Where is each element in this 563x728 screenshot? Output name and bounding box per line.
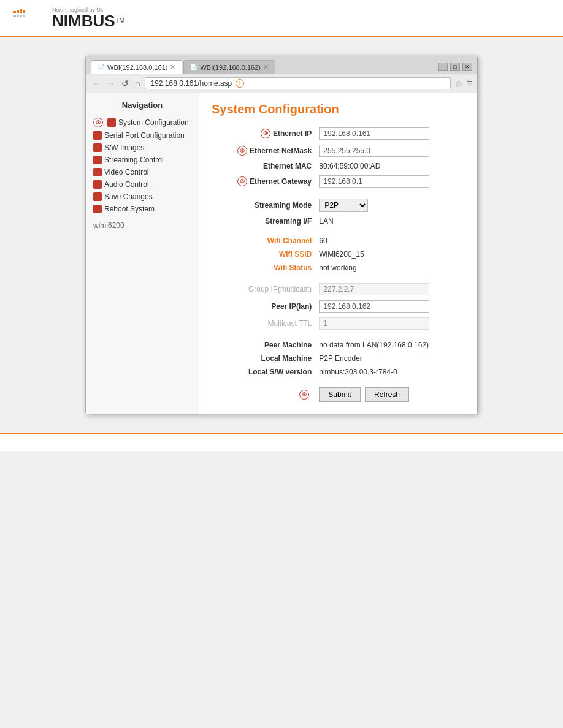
sidebar-item-system-config[interactable]: ② System Configuration — [91, 116, 194, 129]
tab-1-label: WBI(192.168.0.161) — [107, 64, 167, 71]
value-wifi-status: not working — [319, 264, 356, 272]
value-local-machine: P2P Encoder — [319, 354, 362, 363]
circle-3: ③ — [261, 129, 270, 138]
sidebar-label-save: Save Changes — [104, 192, 153, 201]
nav-title: Navigation — [91, 100, 194, 110]
nimbus-logo-icon — [12, 6, 49, 31]
tab-1-icon: 📄 — [98, 64, 105, 70]
circle-4: ④ — [237, 146, 247, 156]
svg-rect-6 — [20, 15, 22, 17]
svg-rect-3 — [23, 10, 25, 13]
close-button[interactable]: ✕ — [462, 63, 472, 71]
tab-2-close[interactable]: ✕ — [263, 63, 269, 71]
sidebar-item-serial-port[interactable]: Serial Port Configuration — [91, 129, 194, 142]
sidebar-item-video[interactable]: Video Control — [91, 166, 194, 178]
browser-tab-1[interactable]: 📄 WBI(192.168.0.161) ✕ — [91, 60, 182, 74]
page-header: Next Imagined by Us NIMBUSTM — [0, 0, 563, 37]
input-ethernet-netmask[interactable] — [319, 145, 429, 157]
row-local-machine: Local Machine P2P Encoder — [212, 352, 465, 365]
device-name: wimi6200 — [93, 221, 124, 230]
sidebar-circle-2: ② — [93, 118, 103, 127]
panel-title: System Configuration — [212, 102, 465, 116]
label-peer-ip: Peer IP(lan) — [212, 298, 315, 315]
sidebar-item-save[interactable]: Save Changes — [91, 191, 194, 203]
row-wifi-status: Wifi Status not working — [212, 261, 465, 275]
main-content: 📄 WBI(192.168.0.161) ✕ 📄 WBI(192.168.0.1… — [0, 37, 563, 433]
label-ethernet-gateway: ⑤ Ethernet Gateway — [212, 173, 315, 190]
value-wifi-channel: 60 — [319, 237, 327, 245]
main-panel: System Configuration ③ Ethernet IP — [199, 93, 477, 414]
svg-rect-0 — [13, 11, 16, 13]
row-wifi-channel: Wifi Channel 60 — [212, 234, 465, 248]
sidebar-item-audio[interactable]: Audio Control — [91, 178, 194, 191]
sidebar-item-sw-images[interactable]: S/W Images — [91, 142, 194, 154]
logo-area: Next Imagined by Us NIMBUSTM — [12, 6, 551, 36]
browser-addressbar: ← → ↺ ⌂ 192.168.0.161/home.asp i ☆ ≡ — [86, 74, 477, 93]
browser-titlebar: 📄 WBI(192.168.0.161) ✕ 📄 WBI(192.168.0.1… — [86, 56, 477, 74]
maximize-button[interactable]: □ — [450, 63, 460, 71]
sidebar-item-streaming[interactable]: Streaming Control — [91, 154, 194, 166]
label-multicast-ttl: Multicast TTL — [212, 315, 315, 332]
svg-rect-4 — [13, 15, 16, 17]
logo-name: NIMBUS — [52, 12, 115, 30]
label-peer-machine: Peer Machine — [212, 338, 315, 352]
sidebar-label-reboot: Reboot System — [104, 205, 155, 213]
sidebar-label-audio: Audio Control — [104, 180, 149, 189]
sidebar-icon-streaming — [93, 156, 102, 164]
back-button[interactable]: ← — [91, 78, 102, 88]
label-ethernet-mac: Ethernet MAC — [212, 159, 315, 173]
browser-body-wrapper: Navigation ② System Configuration Serial… — [86, 93, 477, 414]
logo-tm: TM — [115, 16, 125, 23]
row-group-ip: Group IP(multicast) — [212, 281, 465, 298]
row-ethernet-ip: ③ Ethernet IP — [212, 125, 465, 142]
reload-button[interactable]: ↺ — [120, 78, 130, 88]
sidebar: Navigation ② System Configuration Serial… — [86, 93, 199, 414]
input-ethernet-gateway[interactable] — [319, 175, 429, 188]
sidebar-label-video: Video Control — [104, 168, 149, 176]
browser-window: 📄 WBI(192.168.0.161) ✕ 📄 WBI(192.168.0.1… — [85, 56, 478, 414]
submit-button[interactable]: Submit — [319, 387, 360, 402]
label-local-machine: Local Machine — [212, 352, 315, 365]
svg-rect-1 — [17, 10, 19, 13]
browser-tab-2[interactable]: 📄 WBI(192.168.0.162) ✕ — [183, 60, 275, 74]
input-multicast-ttl — [319, 317, 429, 330]
sidebar-icon-save — [93, 192, 102, 201]
home-button[interactable]: ⌂ — [134, 78, 141, 88]
svg-rect-2 — [20, 9, 22, 13]
label-wifi-ssid: Wifi SSID — [212, 248, 315, 261]
row-streaming-mode: Streaming Mode P2P Multicast Unicast — [212, 196, 465, 214]
label-ethernet-netmask: ④ Ethernet NetMask — [212, 142, 315, 159]
select-streaming-mode[interactable]: P2P Multicast Unicast — [319, 199, 368, 212]
sidebar-icon-serial — [93, 131, 102, 140]
sidebar-icon-video — [93, 168, 102, 176]
row-peer-machine: Peer Machine no data from LAN(192.168.0.… — [212, 338, 465, 352]
value-streaming-if: LAN — [319, 217, 333, 226]
label-group-ip: Group IP(multicast) — [212, 281, 315, 298]
refresh-button[interactable]: Refresh — [365, 387, 409, 402]
address-bar[interactable]: 192.168.0.161/home.asp i — [145, 77, 450, 89]
row-ethernet-netmask: ④ Ethernet NetMask — [212, 142, 465, 159]
forward-button[interactable]: → — [105, 78, 117, 88]
label-streaming-mode: Streaming Mode — [212, 196, 315, 214]
input-peer-ip[interactable] — [319, 300, 429, 313]
sidebar-icon-reboot — [93, 205, 102, 213]
value-wifi-ssid: WiMi6200_15 — [319, 250, 364, 259]
minimize-button[interactable]: — — [438, 63, 448, 71]
bookmark-icon[interactable]: ☆ — [454, 78, 463, 89]
row-ethernet-gateway: ⑤ Ethernet Gateway — [212, 173, 465, 190]
row-peer-ip: Peer IP(lan) — [212, 298, 465, 315]
page-footer — [0, 433, 563, 451]
label-sw-version: Local S/W version — [212, 365, 315, 379]
menu-icon[interactable]: ≡ — [467, 78, 472, 89]
input-ethernet-ip[interactable] — [319, 127, 429, 140]
svg-rect-5 — [17, 15, 19, 17]
sidebar-label-serial: Serial Port Configuration — [104, 131, 185, 140]
sidebar-bottom: wimi6200 — [91, 215, 194, 230]
label-wifi-channel: Wifi Channel — [212, 234, 315, 248]
tab-1-close[interactable]: ✕ — [170, 63, 175, 71]
tab-2-label: WBI(192.168.0.162) — [200, 64, 260, 71]
row-multicast-ttl: Multicast TTL — [212, 315, 465, 332]
address-text: 192.168.0.161/home.asp — [150, 79, 232, 88]
sidebar-item-reboot[interactable]: Reboot System — [91, 203, 194, 215]
sidebar-icon-audio — [93, 180, 102, 189]
